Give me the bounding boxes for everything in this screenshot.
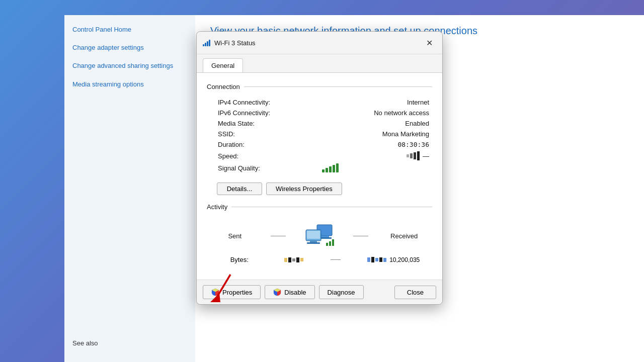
svg-rect-13 — [332, 239, 334, 246]
sig-bar-4 — [333, 165, 335, 172]
close-footer-button[interactable]: Close — [394, 286, 436, 299]
sent-label: Sent — [215, 232, 255, 240]
connection-divider — [244, 86, 432, 87]
ipv6-value: No network access — [320, 108, 431, 118]
wifi-bar-3 — [207, 41, 208, 46]
network-computers-icon — [302, 221, 337, 251]
ipv4-row: IPv4 Connectivity: Internet — [208, 98, 431, 107]
wifi-bar-1 — [203, 44, 204, 46]
recv-block-1 — [367, 257, 370, 262]
dialog-footer: Properties Disable Diagnose Close — [197, 280, 442, 304]
ssid-value: Mona Marketing — [320, 129, 431, 139]
ipv4-value: Internet — [320, 98, 431, 107]
wifi-bar-4 — [209, 40, 210, 46]
disable-button[interactable]: Disable — [265, 285, 314, 299]
recv-block-3 — [375, 258, 378, 261]
recv-block-2 — [371, 257, 374, 262]
media-state-label: Media State: — [208, 119, 319, 128]
activity-area: Sent — [207, 217, 432, 272]
control-panel-home-link[interactable]: Control Panel Home — [72, 25, 187, 34]
received-label: Received — [384, 232, 424, 240]
signal-quality-value — [320, 162, 431, 173]
ssid-label: SSID: — [208, 129, 319, 139]
signal-quality-row: Signal Quality: — [208, 162, 431, 173]
see-also-label: See also — [72, 339, 98, 347]
sent-block-1 — [284, 258, 287, 262]
signal-quality-bars — [322, 163, 429, 172]
dialog-title-text: Wi-Fi 3 Status — [214, 39, 256, 47]
sig-bar-1 — [322, 169, 325, 172]
connection-section-header: Connection — [207, 83, 432, 90]
activity-divider — [231, 207, 432, 207]
dialog-title-area: Wi-Fi 3 Status — [203, 39, 256, 47]
received-bytes-value: 10,200,035 — [389, 256, 420, 263]
speed-text: — — [423, 152, 429, 160]
bytes-row: Bytes: 10,200,035 — [207, 256, 432, 263]
dialog-body: Connection IPv4 Connectivity: Internet I… — [197, 73, 442, 280]
bytes-separator — [331, 259, 341, 260]
media-state-value: Enabled — [320, 119, 431, 128]
bytes-label: Bytes: — [219, 256, 260, 263]
ipv4-label: IPv4 Connectivity: — [208, 98, 319, 107]
disable-shield-icon — [273, 288, 281, 296]
speed-row: Speed: — — [208, 150, 431, 161]
diagnose-button[interactable]: Diagnose — [319, 285, 364, 299]
svg-rect-10 — [307, 242, 320, 244]
svg-rect-8 — [307, 231, 320, 239]
svg-rect-12 — [329, 241, 331, 246]
ipv6-label: IPv6 Connectivity: — [208, 108, 319, 118]
details-buttons-row: Details... Wireless Properties — [207, 183, 432, 195]
sig-bar-5 — [336, 163, 339, 172]
sent-block-5 — [300, 258, 303, 261]
sig-bar-2 — [326, 168, 328, 172]
received-bytes-visual: 10,200,035 — [367, 256, 420, 263]
dialog-close-button[interactable]: ✕ — [422, 36, 436, 50]
speed-block-2 — [410, 153, 413, 158]
footer-action-buttons: Properties Disable Diagnose — [203, 285, 364, 299]
sent-line — [271, 236, 286, 236]
properties-button[interactable]: Properties — [203, 285, 261, 299]
uac-shield-icon — [211, 288, 219, 296]
speed-label: Speed: — [208, 150, 319, 161]
duration-label: Duration: — [208, 140, 319, 149]
media-state-row: Media State: Enabled — [208, 119, 431, 128]
sidebar-item-media-streaming[interactable]: Media streaming options — [72, 80, 187, 89]
connection-label: Connection — [207, 83, 240, 90]
sidebar: Control Panel Home Change adapter settin… — [64, 15, 195, 362]
activity-label: Activity — [207, 203, 227, 211]
ipv6-row: IPv6 Connectivity: No network access — [208, 108, 431, 118]
details-button[interactable]: Details... — [217, 183, 262, 195]
properties-label: Properties — [222, 289, 252, 296]
dialog-titlebar: Wi-Fi 3 Status ✕ — [197, 32, 442, 54]
duration-value: 08:30:36 — [320, 140, 431, 149]
diagnose-label: Diagnose — [328, 289, 355, 296]
wireless-properties-button[interactable]: Wireless Properties — [266, 183, 342, 195]
sent-block-3 — [292, 258, 295, 261]
sent-block-4 — [296, 257, 299, 262]
duration-row: Duration: 08:30:36 — [208, 140, 431, 149]
ssid-row: SSID: Mona Marketing — [208, 129, 431, 139]
recv-block-5 — [383, 258, 386, 262]
activity-sent-received-row: Sent — [207, 221, 432, 251]
speed-block-3 — [414, 152, 416, 159]
svg-rect-11 — [326, 243, 328, 246]
disable-label: Disable — [284, 289, 306, 296]
wifi-status-dialog: Wi-Fi 3 Status ✕ General Connection IPv4… — [196, 31, 443, 305]
sidebar-item-change-adapter[interactable]: Change adapter settings — [72, 43, 187, 52]
tab-general[interactable]: General — [203, 58, 243, 72]
wifi-bar-2 — [205, 43, 206, 46]
connection-info-table: IPv4 Connectivity: Internet IPv6 Connect… — [207, 97, 432, 174]
sent-block-2 — [288, 257, 291, 262]
sent-bytes-visual — [284, 257, 303, 262]
activity-section-header: Activity — [207, 203, 432, 211]
speed-block-1 — [407, 154, 409, 157]
sidebar-item-change-advanced[interactable]: Change advanced sharing settings — [72, 61, 187, 70]
received-line — [353, 236, 368, 236]
speed-value: — — [320, 150, 431, 161]
signal-quality-label: Signal Quality: — [208, 162, 319, 173]
dialog-tabs: General — [197, 54, 442, 73]
speed-animation: — — [322, 151, 429, 160]
speed-block-4 — [417, 151, 420, 160]
recv-block-4 — [379, 257, 382, 262]
sig-bar-3 — [329, 166, 332, 172]
